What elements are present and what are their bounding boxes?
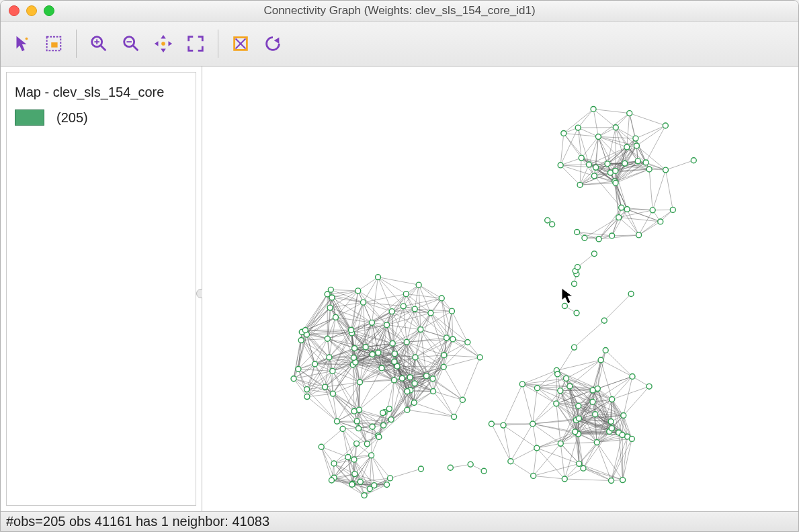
- svg-point-1441: [663, 167, 669, 173]
- svg-line-354: [307, 394, 333, 396]
- fit-icon[interactable]: [181, 30, 210, 58]
- svg-marker-11: [161, 49, 166, 53]
- svg-point-1348: [407, 375, 413, 380]
- svg-line-1159: [560, 133, 564, 165]
- graph-svg[interactable]: [202, 66, 798, 511]
- svg-point-14: [161, 42, 165, 46]
- svg-line-948: [537, 448, 579, 463]
- svg-point-1381: [384, 482, 390, 487]
- svg-line-896: [624, 377, 632, 416]
- svg-point-1287: [465, 340, 470, 345]
- mouse-cursor: [561, 287, 575, 308]
- svg-line-1005: [597, 442, 611, 480]
- svg-point-1352: [358, 380, 363, 385]
- graph-canvas[interactable]: [202, 66, 798, 511]
- svg-line-1208: [636, 126, 665, 138]
- svg-point-1438: [582, 235, 587, 240]
- svg-line-629: [406, 294, 441, 298]
- svg-point-1366: [351, 457, 357, 462]
- svg-line-32: [444, 343, 468, 367]
- minimize-button[interactable]: [26, 5, 37, 16]
- highlight-select-icon[interactable]: [226, 30, 255, 58]
- svg-line-113: [378, 277, 392, 312]
- svg-marker-13: [169, 41, 173, 46]
- svg-point-1379: [354, 441, 360, 446]
- svg-line-1000: [533, 404, 556, 424]
- svg-point-1344: [327, 355, 332, 360]
- maximize-button[interactable]: [44, 5, 54, 16]
- svg-point-1341: [444, 335, 450, 341]
- svg-point-1445: [663, 123, 668, 128]
- svg-line-837: [566, 360, 601, 378]
- svg-line-1155: [593, 109, 598, 136]
- svg-point-1434: [624, 207, 630, 212]
- svg-line-1030: [583, 442, 597, 468]
- svg-point-1310: [304, 394, 310, 400]
- svg-line-1161: [564, 133, 581, 158]
- svg-point-1407: [620, 478, 626, 483]
- svg-point-1316: [302, 328, 308, 333]
- svg-line-1060: [533, 424, 575, 432]
- svg-line-77: [331, 290, 358, 291]
- svg-line-633: [329, 357, 354, 358]
- svg-line-1246: [639, 210, 653, 235]
- svg-point-1437: [595, 134, 601, 139]
- svg-point-1413: [581, 466, 586, 471]
- svg-point-1354: [441, 364, 446, 369]
- svg-line-27: [431, 311, 452, 313]
- svg-point-1425: [519, 382, 525, 387]
- legend-item[interactable]: (205): [15, 109, 187, 126]
- svg-line-994: [556, 404, 560, 444]
- svg-line-1171: [653, 170, 665, 210]
- svg-point-1405: [590, 388, 595, 393]
- svg-point-1391: [531, 473, 536, 478]
- svg-line-1280: [604, 294, 631, 320]
- svg-line-1044: [503, 424, 533, 425]
- svg-line-1207: [636, 126, 665, 146]
- svg-point-1371: [358, 479, 363, 484]
- svg-point-1323: [364, 441, 370, 447]
- svg-point-1345: [401, 304, 406, 309]
- svg-line-990: [597, 442, 622, 480]
- svg-point-1320: [405, 407, 410, 412]
- svg-point-1455: [635, 159, 640, 164]
- svg-point-1301: [452, 414, 457, 419]
- titlebar[interactable]: Connectivity Graph (Weights: clev_sls_15…: [1, 1, 798, 21]
- svg-line-742: [370, 455, 371, 489]
- svg-line-860: [537, 388, 556, 404]
- svg-line-951: [537, 432, 575, 448]
- select-rect-icon[interactable]: [40, 30, 68, 58]
- svg-line-1164: [666, 170, 673, 210]
- svg-line-1109: [627, 114, 630, 147]
- legend-title: Map - clev_sls_154_core: [15, 85, 187, 100]
- svg-point-1382: [380, 410, 386, 416]
- svg-line-423: [305, 308, 330, 330]
- pan-icon[interactable]: [149, 30, 177, 58]
- svg-point-1448: [646, 167, 652, 172]
- svg-line-866: [533, 388, 538, 424]
- refresh-icon[interactable]: [259, 30, 287, 58]
- svg-point-1353: [439, 296, 444, 301]
- svg-point-1412: [620, 433, 625, 438]
- svg-line-225: [307, 364, 315, 390]
- svg-point-1385: [370, 424, 375, 429]
- svg-point-1415: [609, 426, 614, 431]
- zoom-out-icon[interactable]: [117, 30, 145, 58]
- svg-point-1337: [416, 282, 421, 287]
- svg-point-1313: [450, 337, 456, 342]
- svg-line-1190: [607, 128, 616, 164]
- svg-line-1041: [560, 443, 579, 463]
- svg-point-1311: [418, 327, 423, 332]
- svg-line-542: [387, 306, 404, 325]
- svg-point-1293: [477, 355, 482, 360]
- select-arrow-icon[interactable]: [7, 30, 36, 58]
- svg-line-1249: [636, 138, 638, 161]
- close-button[interactable]: [9, 5, 19, 16]
- svg-point-1331: [392, 351, 397, 357]
- svg-point-1402: [608, 419, 614, 425]
- svg-line-950: [537, 443, 560, 448]
- zoom-in-icon[interactable]: [85, 30, 113, 58]
- toolbar-separator: [76, 30, 77, 58]
- svg-point-1321: [392, 359, 397, 365]
- svg-line-695: [354, 437, 379, 460]
